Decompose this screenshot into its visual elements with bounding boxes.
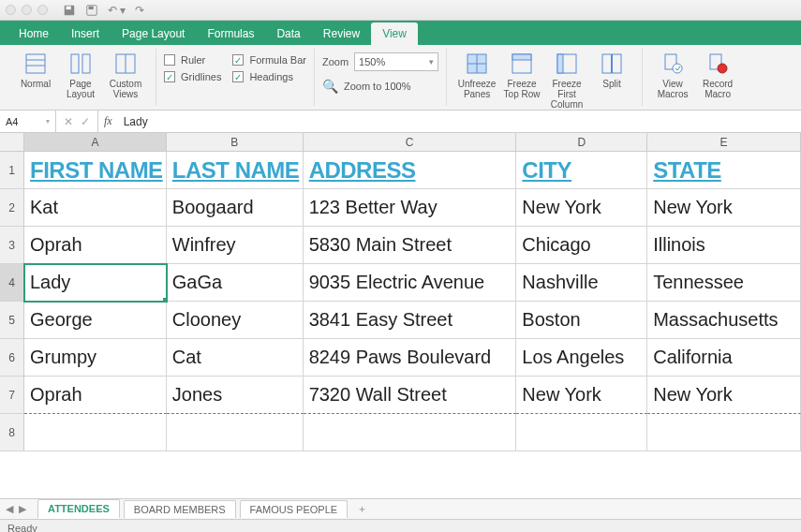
cell[interactable]: GaGa bbox=[167, 264, 304, 302]
tab-formulas[interactable]: Formulas bbox=[196, 22, 265, 45]
cell[interactable]: 5830 Main Street bbox=[304, 227, 517, 264]
row-header[interactable]: 6 bbox=[0, 339, 24, 377]
close-icon[interactable] bbox=[6, 5, 16, 15]
cell[interactable]: Oprah bbox=[24, 377, 167, 414]
tab-review[interactable]: Review bbox=[312, 22, 371, 45]
header-cell[interactable]: ADDRESS bbox=[304, 152, 517, 189]
sheet-tab-famous-people[interactable]: FAMOUS PEOPLE bbox=[240, 500, 349, 518]
tab-insert[interactable]: Insert bbox=[60, 22, 111, 45]
cell[interactable]: New York bbox=[647, 189, 801, 227]
svg-point-21 bbox=[673, 64, 682, 73]
add-sheet-button[interactable]: ＋ bbox=[351, 500, 373, 518]
col-header-a[interactable]: A bbox=[24, 133, 167, 152]
col-header-b[interactable]: B bbox=[167, 133, 304, 152]
cell[interactable] bbox=[167, 414, 304, 451]
qat-save2-icon[interactable] bbox=[85, 4, 98, 17]
cell[interactable]: 9035 Electric Avenue bbox=[304, 264, 517, 302]
sheet-next-icon[interactable]: ▶ bbox=[19, 503, 26, 515]
cell[interactable]: 123 Better Way bbox=[304, 189, 517, 227]
page-layout-button[interactable]: Page Layout bbox=[58, 49, 103, 99]
cell[interactable]: Kat bbox=[24, 189, 167, 227]
headings-checkbox[interactable]: Headings bbox=[232, 71, 306, 82]
unfreeze-panes-button[interactable]: Unfreeze Panes bbox=[454, 49, 499, 99]
normal-view-button[interactable]: Normal bbox=[13, 49, 58, 89]
sheet-tab-board-members[interactable]: BOARD MEMBERS bbox=[124, 500, 236, 518]
row-header[interactable]: 1 bbox=[0, 152, 24, 189]
select-all-corner[interactable] bbox=[0, 133, 24, 152]
freeze-first-col-button[interactable]: Freeze First Column bbox=[544, 49, 589, 110]
cell[interactable]: 7320 Wall Street bbox=[304, 377, 517, 414]
cell[interactable]: New York bbox=[647, 377, 801, 414]
cell[interactable]: Jones bbox=[167, 377, 304, 414]
cell[interactable]: Oprah bbox=[24, 227, 167, 264]
cell[interactable]: 3841 Easy Street bbox=[304, 302, 517, 339]
cell[interactable]: Boogaard bbox=[167, 189, 304, 227]
table-row: 1 FIRST NAME LAST NAME ADDRESS CITY STAT… bbox=[0, 152, 801, 189]
qat-undo-icon[interactable]: ↶ ▾ bbox=[108, 4, 126, 17]
col-header-e[interactable]: E bbox=[647, 133, 801, 152]
cell[interactable]: Illinois bbox=[647, 227, 801, 264]
row-header[interactable]: 7 bbox=[0, 377, 24, 414]
split-button[interactable]: Split bbox=[589, 49, 634, 89]
formula-input[interactable]: Lady bbox=[118, 115, 154, 128]
svg-rect-7 bbox=[71, 54, 79, 73]
header-cell[interactable]: LAST NAME bbox=[167, 152, 304, 189]
freeze-top-row-button[interactable]: Freeze Top Row bbox=[499, 49, 544, 99]
enter-icon[interactable]: ✓ bbox=[81, 115, 90, 128]
cell[interactable]: Clooney bbox=[167, 302, 304, 339]
spreadsheet-grid[interactable]: A B C D E 1 FIRST NAME LAST NAME ADDRESS… bbox=[0, 133, 801, 498]
col-header-c[interactable]: C bbox=[304, 133, 517, 152]
cell[interactable]: California bbox=[647, 339, 801, 377]
tab-home[interactable]: Home bbox=[7, 22, 60, 45]
fx-label[interactable]: fx bbox=[98, 114, 118, 128]
row-header[interactable]: 5 bbox=[0, 302, 24, 339]
header-cell[interactable]: STATE bbox=[647, 152, 801, 189]
sheet-tab-attendees[interactable]: ATTENDEES bbox=[37, 499, 120, 519]
custom-views-button[interactable]: Custom Views bbox=[103, 49, 148, 99]
cell[interactable]: Boston bbox=[516, 302, 647, 339]
table-row: 5 George Clooney 3841 Easy Street Boston… bbox=[0, 302, 801, 339]
cell-selected[interactable]: Lady bbox=[24, 264, 167, 302]
formula-bar-checkbox[interactable]: Formula Bar bbox=[232, 54, 306, 66]
row-header[interactable]: 4 bbox=[0, 264, 24, 302]
tab-page-layout[interactable]: Page Layout bbox=[111, 22, 196, 45]
cell[interactable]: Winfrey bbox=[167, 227, 304, 264]
cell[interactable] bbox=[24, 414, 167, 451]
cell[interactable]: Tennessee bbox=[647, 264, 801, 302]
cell[interactable] bbox=[516, 414, 647, 451]
col-header-d[interactable]: D bbox=[516, 133, 647, 152]
zoom-100-button[interactable]: 🔍 Zoom to 100% bbox=[322, 79, 438, 94]
row-header[interactable]: 2 bbox=[0, 189, 24, 227]
header-cell[interactable]: FIRST NAME bbox=[24, 152, 167, 189]
zoom-select[interactable]: 150% bbox=[354, 52, 438, 71]
gridlines-checkbox[interactable]: Gridlines bbox=[164, 71, 221, 82]
cell[interactable]: George bbox=[24, 302, 167, 339]
cell[interactable]: Chicago bbox=[516, 227, 647, 264]
sheet-prev-icon[interactable]: ◀ bbox=[6, 503, 13, 515]
name-box[interactable]: A4 bbox=[0, 111, 56, 132]
cell[interactable]: Grumpy bbox=[24, 339, 167, 377]
cell[interactable]: Massachusetts bbox=[647, 302, 801, 339]
record-macro-button[interactable]: Record Macro bbox=[695, 49, 740, 99]
header-cell[interactable]: CITY bbox=[516, 152, 647, 189]
row-header[interactable]: 3 bbox=[0, 227, 24, 264]
cell[interactable] bbox=[304, 414, 517, 451]
qat-redo-icon[interactable]: ↷ bbox=[135, 4, 144, 17]
view-macros-button[interactable]: View Macros bbox=[650, 49, 695, 99]
cell[interactable]: Los Angeles bbox=[516, 339, 647, 377]
cancel-icon[interactable]: ✕ bbox=[64, 115, 73, 128]
cell[interactable]: New York bbox=[516, 189, 647, 227]
window-controls[interactable] bbox=[6, 5, 48, 15]
tab-data[interactable]: Data bbox=[265, 22, 311, 45]
cell[interactable]: New York bbox=[516, 377, 647, 414]
row-header[interactable]: 8 bbox=[0, 414, 24, 451]
ruler-checkbox[interactable]: Ruler bbox=[164, 54, 221, 66]
cell[interactable]: Cat bbox=[167, 339, 304, 377]
maximize-icon[interactable] bbox=[37, 5, 48, 15]
cell[interactable] bbox=[647, 414, 801, 451]
cell[interactable]: Nashville bbox=[516, 264, 647, 302]
minimize-icon[interactable] bbox=[22, 5, 32, 15]
tab-view[interactable]: View bbox=[371, 22, 418, 45]
cell[interactable]: 8249 Paws Boulevard bbox=[304, 339, 517, 377]
qat-save-icon[interactable] bbox=[63, 4, 76, 17]
